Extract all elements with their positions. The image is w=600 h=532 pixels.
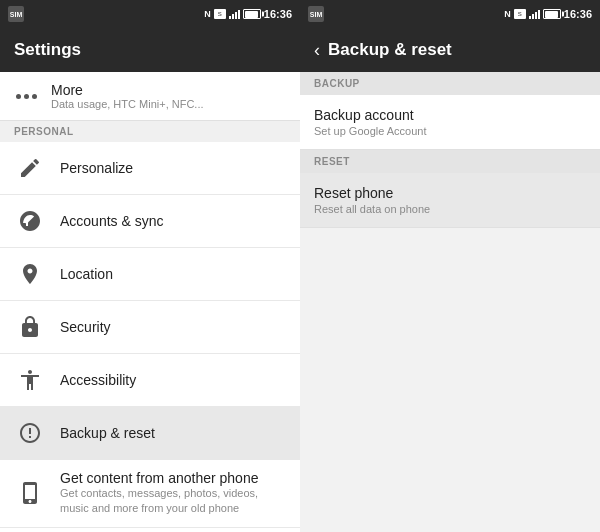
- menu-item-personalize[interactable]: Personalize: [0, 142, 300, 195]
- security-label: Security: [60, 319, 111, 335]
- right-time: 16:36: [564, 8, 592, 20]
- reset-section-label: RESET: [300, 150, 600, 173]
- left-status-right: N S 16:36: [204, 8, 292, 20]
- section-personal-label: PERSONAL: [0, 121, 300, 142]
- more-text: More Data usage, HTC Mini+, NFC...: [51, 82, 204, 110]
- left-panel: SIM N S 16:36 Settings: [0, 0, 300, 532]
- battery-icon: [243, 9, 261, 19]
- left-status-left: SIM: [8, 6, 24, 22]
- backup-section-label: BACKUP: [300, 72, 600, 95]
- left-status-bar: SIM N S 16:36: [0, 0, 300, 28]
- accessibility-icon: [14, 364, 46, 396]
- get-content-icon: [14, 477, 46, 509]
- reset-phone-title: Reset phone: [314, 185, 586, 201]
- get-content-text: Get content from another phone Get conta…: [60, 470, 286, 517]
- security-icon: [14, 311, 46, 343]
- more-dots-icon: [16, 94, 37, 99]
- more-item[interactable]: More Data usage, HTC Mini+, NFC...: [0, 72, 300, 121]
- menu-item-location[interactable]: Location: [0, 248, 300, 301]
- right-header: ‹ Backup & reset: [300, 28, 600, 72]
- nfc-icon: N: [204, 9, 211, 19]
- right-battery-icon: [543, 9, 561, 19]
- accessibility-label: Accessibility: [60, 372, 136, 388]
- backup-account-subtitle: Set up Google Account: [314, 125, 586, 137]
- left-menu-list: More Data usage, HTC Mini+, NFC... PERSO…: [0, 72, 300, 532]
- right-status-right: N S 16:36: [504, 8, 592, 20]
- left-header: Settings: [0, 28, 300, 72]
- sim-card-icon: SIM: [8, 6, 24, 22]
- right-status-sim-icon: S: [514, 9, 526, 19]
- backup-icon: [14, 417, 46, 449]
- accounts-icon: [14, 205, 46, 237]
- location-label: Location: [60, 266, 113, 282]
- right-content: BACKUP Backup account Set up Google Acco…: [300, 72, 600, 532]
- right-sim-icon: SIM: [308, 6, 324, 22]
- location-icon: [14, 258, 46, 290]
- right-header-title: Backup & reset: [328, 40, 452, 60]
- right-nfc-icon: N: [504, 9, 511, 19]
- right-status-bar: SIM N S 16:36: [300, 0, 600, 28]
- more-title: More: [51, 82, 204, 98]
- menu-item-get-content[interactable]: Get content from another phone Get conta…: [0, 460, 300, 528]
- signal-icon: [229, 9, 240, 19]
- left-time: 16:36: [264, 8, 292, 20]
- backup-account-title: Backup account: [314, 107, 586, 123]
- menu-item-security[interactable]: Security: [0, 301, 300, 354]
- menu-item-accessibility[interactable]: Accessibility: [0, 354, 300, 407]
- accounts-sync-label: Accounts & sync: [60, 213, 164, 229]
- get-content-subtitle: Get contacts, messages, photos, videos, …: [60, 486, 286, 517]
- left-header-title: Settings: [14, 40, 81, 60]
- menu-item-accounts-sync[interactable]: Accounts & sync: [0, 195, 300, 248]
- right-status-left: SIM: [308, 6, 324, 22]
- reset-phone-item[interactable]: Reset phone Reset all data on phone: [300, 173, 600, 228]
- backup-account-item[interactable]: Backup account Set up Google Account: [300, 95, 600, 150]
- backup-reset-label: Backup & reset: [60, 425, 155, 441]
- back-button[interactable]: ‹: [314, 40, 320, 61]
- personalize-label: Personalize: [60, 160, 133, 176]
- reset-phone-subtitle: Reset all data on phone: [314, 203, 586, 215]
- personalize-icon: [14, 152, 46, 184]
- status-sim-icon: S: [214, 9, 226, 19]
- more-subtitle: Data usage, HTC Mini+, NFC...: [51, 98, 204, 110]
- get-content-title: Get content from another phone: [60, 470, 286, 486]
- right-signal-icon: [529, 9, 540, 19]
- right-panel: SIM N S 16:36 ‹ Backup & reset BACKUP: [300, 0, 600, 532]
- menu-item-backup-reset[interactable]: Backup & reset: [0, 407, 300, 460]
